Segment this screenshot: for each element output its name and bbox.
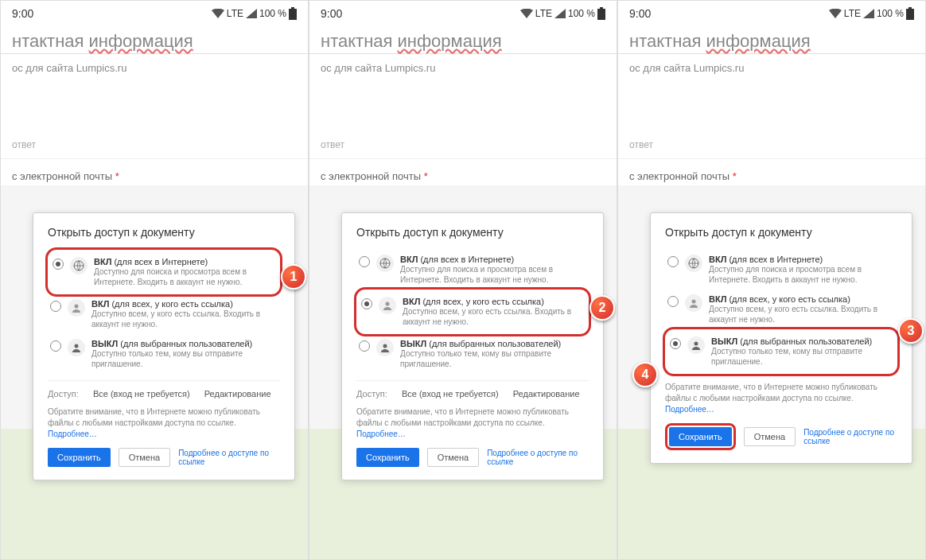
svg-point-9 xyxy=(383,344,387,348)
status-time: 9:00 xyxy=(321,7,342,20)
status-icons: LTE 100 % xyxy=(829,7,914,20)
option-public[interactable]: ВКЛ (для всех в Интернете)Доступно для п… xyxy=(665,250,897,290)
dialog-title: Открыть доступ к документу xyxy=(48,226,280,239)
svg-rect-6 xyxy=(600,7,603,9)
option-private[interactable]: ВЫКЛ (для выбранных пользователей)Доступ… xyxy=(667,332,895,371)
status-icons: LTE 100 % xyxy=(520,7,605,20)
svg-point-8 xyxy=(386,302,390,306)
status-time: 9:00 xyxy=(12,7,33,20)
option-link[interactable]: ВКЛ (для всех, у кого есть ссылка)Доступ… xyxy=(359,292,586,332)
phone-screen-3: 9:00 LTE 100 % нтактная информация ос дл… xyxy=(617,0,926,560)
radio-private[interactable] xyxy=(359,340,370,352)
share-dialog: Открыть доступ к документу ВКЛ (для всех… xyxy=(650,212,912,464)
more-link[interactable]: Подробнее… xyxy=(665,405,714,414)
battery-icon xyxy=(906,7,914,20)
radio-private[interactable] xyxy=(670,338,681,349)
email-field-label: с электронной почты * xyxy=(1,159,308,185)
page-subtitle: ос для сайта Lumpics.ru xyxy=(1,54,308,82)
link-person-icon xyxy=(685,294,702,312)
globe-icon xyxy=(376,255,394,272)
page-title: нтактная информация xyxy=(1,29,308,54)
answer-hint: ответ xyxy=(618,136,925,159)
status-bar: 9:00 LTE 100 % xyxy=(309,1,617,26)
dialog-title: Открыть доступ к документу xyxy=(665,226,897,239)
callout-1: 1 xyxy=(281,264,306,290)
page-subtitle: ос для сайта Lumpics.ru xyxy=(309,54,617,82)
svg-rect-10 xyxy=(906,9,914,20)
radio-public[interactable] xyxy=(53,259,64,270)
battery-icon xyxy=(289,7,297,20)
cancel-button[interactable]: Отмена xyxy=(427,448,479,467)
highlight-3: ВЫКЛ (для выбранных пользователей)Доступ… xyxy=(663,327,900,376)
radio-link[interactable] xyxy=(361,298,372,309)
page-subtitle: ос для сайта Lumpics.ru xyxy=(618,54,925,82)
status-bar: 9:00 LTE 100 % xyxy=(618,1,925,26)
save-button[interactable]: Сохранить xyxy=(669,427,732,446)
learn-more-link[interactable]: Подробнее о доступе по ссылке xyxy=(803,428,897,445)
email-field-label: с электронной почты * xyxy=(309,159,617,185)
dialog-note: Обратите внимание, что в Интернете можно… xyxy=(48,406,280,440)
svg-rect-11 xyxy=(908,7,912,9)
dialog-note: Обратите внимание, что в Интернете можно… xyxy=(356,406,589,440)
battery-icon xyxy=(597,7,605,20)
save-button[interactable]: Сохранить xyxy=(356,448,419,467)
option-link[interactable]: ВКЛ (для всех, у кого есть ссылка)Доступ… xyxy=(665,290,897,329)
status-time: 9:00 xyxy=(629,7,651,20)
share-dialog: Открыть доступ к документу ВКЛ (для всех… xyxy=(341,212,604,480)
page-title: нтактная информация xyxy=(618,29,925,54)
answer-hint: ответ xyxy=(1,136,308,159)
globe-icon xyxy=(685,255,702,272)
cancel-button[interactable]: Отмена xyxy=(119,448,170,467)
dialog-title: Открыть доступ к документу xyxy=(356,226,589,239)
svg-rect-0 xyxy=(289,9,297,20)
more-link[interactable]: Подробнее… xyxy=(48,430,97,438)
radio-link[interactable] xyxy=(667,296,679,307)
radio-public[interactable] xyxy=(359,256,370,267)
svg-point-4 xyxy=(75,344,79,348)
radio-link[interactable] xyxy=(50,301,61,312)
callout-2: 2 xyxy=(589,295,615,321)
option-public[interactable]: ВКЛ (для всех в Интернете)Доступно для п… xyxy=(356,250,589,290)
svg-point-14 xyxy=(694,342,698,346)
lte-label: LTE xyxy=(227,8,243,19)
more-link[interactable]: Подробнее… xyxy=(356,430,406,438)
globe-icon xyxy=(70,257,88,274)
svg-rect-5 xyxy=(597,9,605,20)
option-public[interactable]: ВКЛ (для всех в Интернете)Доступно для п… xyxy=(50,252,278,292)
highlight-2: ВКЛ (для всех, у кого есть ссылка)Доступ… xyxy=(354,287,591,336)
status-bar: 9:00 LTE 100 % xyxy=(1,1,308,26)
battery-label: 100 % xyxy=(259,8,286,19)
answer-hint: ответ xyxy=(309,136,617,159)
highlight-4: Сохранить xyxy=(665,423,736,450)
option-private[interactable]: ВЫКЛ (для выбранных пользователей)Доступ… xyxy=(356,334,589,374)
signal-icon xyxy=(863,9,874,18)
access-row: Доступ: Все (вход не требуется) Редактир… xyxy=(356,380,589,402)
page-title: нтактная информация xyxy=(309,29,617,54)
phone-screen-1: 9:00 LTE 100 % нтактная информация ос дл… xyxy=(0,0,309,560)
option-private[interactable]: ВЫКЛ (для выбранных пользователей)Доступ… xyxy=(48,334,280,374)
learn-more-link[interactable]: Подробнее о доступе по ссылке xyxy=(178,449,280,466)
save-button[interactable]: Сохранить xyxy=(48,448,111,467)
cancel-button[interactable]: Отмена xyxy=(744,427,796,446)
learn-more-link[interactable]: Подробнее о доступе по ссылке xyxy=(487,449,589,466)
link-person-icon xyxy=(68,299,85,317)
signal-icon xyxy=(554,9,566,18)
link-person-icon xyxy=(379,297,396,314)
phone-screen-2: 9:00 LTE 100 % нтактная информация ос дл… xyxy=(309,0,617,560)
callout-4: 4 xyxy=(632,362,658,387)
svg-point-3 xyxy=(75,305,79,309)
highlight-1: ВКЛ (для всех в Интернете)Доступно для п… xyxy=(45,247,282,297)
callout-3: 3 xyxy=(898,318,924,344)
wifi-icon xyxy=(212,9,224,18)
radio-public[interactable] xyxy=(667,256,679,267)
person-icon xyxy=(687,336,705,354)
wifi-icon xyxy=(829,9,842,18)
signal-icon xyxy=(246,9,257,18)
radio-private[interactable] xyxy=(50,340,61,352)
svg-point-13 xyxy=(692,300,696,304)
status-icons: LTE 100 % xyxy=(212,7,297,20)
share-dialog: Открыть доступ к документу ВКЛ (для всех… xyxy=(33,212,295,480)
option-link[interactable]: ВКЛ (для всех, у кого есть ссылка)Доступ… xyxy=(48,294,280,334)
email-field-label: с электронной почты * xyxy=(618,159,925,185)
person-icon xyxy=(68,339,85,356)
